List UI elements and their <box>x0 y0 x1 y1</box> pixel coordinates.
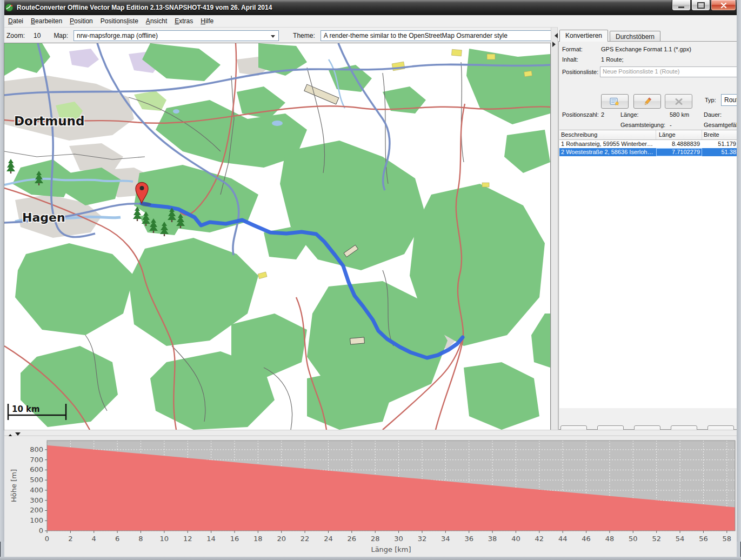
tab-konvertieren[interactable]: Konvertieren <box>559 30 608 42</box>
theme-select[interactable]: A render-theme similar to the OpenStreet… <box>321 30 562 41</box>
svg-text:14: 14 <box>206 535 216 543</box>
menubar: DateiBearbeitenPositionPositionslisteAns… <box>4 15 737 28</box>
move-up-button[interactable] <box>597 425 624 430</box>
svg-text:300: 300 <box>30 496 43 504</box>
column-header-laenge[interactable]: Länge <box>656 130 702 139</box>
laenge-label: Länge: <box>620 111 639 118</box>
menu-datei[interactable]: Datei <box>4 16 27 26</box>
maximize-button[interactable] <box>691 0 710 11</box>
positionsliste-label: Positionsliste: <box>562 69 598 75</box>
svg-text:38: 38 <box>488 535 497 543</box>
typ-select[interactable]: Route <box>721 94 737 106</box>
laenge-value: 580 km <box>670 111 689 118</box>
svg-text:44: 44 <box>558 535 568 543</box>
add-position-button[interactable] <box>634 425 660 430</box>
position-row[interactable]: 1 Rothaarsteig, 59955 Winterberg…8.48888… <box>559 140 737 148</box>
svg-text:16: 16 <box>230 535 239 543</box>
cell-c3: 51.38 <box>702 148 737 156</box>
app-window: RouteConverter Offline Vector Map Editio… <box>0 0 741 560</box>
svg-text:34: 34 <box>441 535 450 543</box>
positions-table-header: Beschreibung Länge Breite <box>559 130 737 140</box>
zoom-label: Zoom: <box>6 32 25 39</box>
vertical-splitter[interactable] <box>551 28 558 430</box>
typ-select-value: Route <box>724 96 737 104</box>
window-controls <box>671 0 736 11</box>
delete-positionlist-button[interactable] <box>665 94 692 109</box>
svg-text:42: 42 <box>535 535 544 543</box>
svg-text:800: 800 <box>30 445 43 454</box>
chevron-down-icon <box>271 35 275 40</box>
svg-text:58: 58 <box>723 535 732 543</box>
map-select-value: nrw-mapsforge.map (offline) <box>77 32 158 39</box>
svg-text:48: 48 <box>605 535 615 543</box>
tab-durchstoebern[interactable]: Durchstöbern <box>610 31 660 42</box>
convert-panel: Konvertieren Durchstöbern Format: GPS Ex… <box>558 27 737 430</box>
x-axis-label: Länge [km] <box>371 545 411 554</box>
rename-positionlist-button[interactable] <box>633 94 661 109</box>
window-frame-bottom <box>0 557 741 560</box>
map-render: Dortmund Hagen 10 km <box>4 43 550 430</box>
app-icon <box>5 3 14 12</box>
pencil-icon <box>643 97 652 106</box>
svg-text:700: 700 <box>30 456 43 464</box>
minimize-button[interactable] <box>672 0 691 11</box>
maximize-icon <box>697 2 705 9</box>
positions-table-body: 1 Rothaarsteig, 59955 Winterberg…8.48888… <box>559 140 737 156</box>
window-frame-right <box>737 0 741 542</box>
titlebar: RouteConverter Offline Vector Map Editio… <box>0 0 741 15</box>
zoom-value: 10 <box>34 32 41 39</box>
map-label-hagen: Hagen <box>22 211 65 224</box>
theme-label: Theme: <box>293 32 315 39</box>
elevation-profile-panel: 0246810121416182022242628303234363840424… <box>4 436 737 557</box>
delete-position-button[interactable] <box>671 425 697 430</box>
gesamtgefaelle-label: Gesamtgefälle: <box>704 122 737 128</box>
y-axis-label: Höhe [m] <box>10 469 18 502</box>
menu-position[interactable]: Position <box>66 16 97 26</box>
inhalt-value: 1 Route; <box>601 56 624 63</box>
position-row[interactable]: 2 Woestestraße 2, 58636 Iserlohn…7.71022… <box>559 148 737 156</box>
column-header-breite[interactable]: Breite <box>702 130 737 139</box>
svg-text:46: 46 <box>582 535 591 543</box>
theme-select-value: A render-theme similar to the OpenStreet… <box>324 32 508 39</box>
collapse-left-icon[interactable] <box>552 33 558 38</box>
menu-extras[interactable]: Extras <box>171 16 197 26</box>
svg-text:2: 2 <box>68 535 72 543</box>
svg-text:18: 18 <box>253 535 263 543</box>
svg-text:28: 28 <box>371 535 380 543</box>
map-label: Map: <box>54 32 68 39</box>
menu-hilfe[interactable]: Hilfe <box>197 16 217 26</box>
new-positionlist-button[interactable] <box>601 94 629 109</box>
svg-text:12: 12 <box>183 535 192 543</box>
svg-text:600: 600 <box>30 465 43 474</box>
window-frame-left <box>0 0 4 542</box>
cell-c2: 7.7102279 <box>656 148 702 156</box>
svg-text:200: 200 <box>30 506 43 514</box>
positionszahl-label: Positionszahl: <box>562 111 599 118</box>
typ-label: Typ: <box>705 97 716 103</box>
elevation-chart: 0246810121416182022242628303234363840424… <box>4 436 737 557</box>
svg-text:30: 30 <box>394 535 403 543</box>
dauer-label: Dauer: <box>704 111 722 118</box>
cell-c1: 2 Woestestraße 2, 58636 Iserlohn… <box>559 148 656 156</box>
gesamtsteigung-label: Gesamtsteigung: <box>620 122 665 128</box>
map-canvas[interactable]: Dortmund Hagen 10 km <box>4 43 550 430</box>
close-button[interactable] <box>711 0 736 11</box>
menu-bearbeiten[interactable]: Bearbeiten <box>27 16 66 26</box>
minimize-icon <box>678 6 684 8</box>
column-header-beschreibung[interactable]: Beschreibung <box>559 130 656 139</box>
svg-text:500: 500 <box>30 476 43 484</box>
new-positionlist-icon <box>610 97 620 106</box>
reverse-order-button[interactable] <box>560 425 587 430</box>
svg-text:56: 56 <box>699 535 708 543</box>
menu-positionsliste[interactable]: Positionsliste <box>97 16 142 26</box>
positionszahl-value: 2 <box>601 111 604 118</box>
map-select[interactable]: nrw-mapsforge.map (offline) <box>74 30 279 41</box>
gesamtsteigung-value: - <box>670 122 672 128</box>
svg-text:400: 400 <box>30 486 43 494</box>
menu-ansicht[interactable]: Ansicht <box>142 16 171 26</box>
positionsliste-input[interactable]: Neue Positionsliste 1 (Route) <box>600 66 737 77</box>
horizontal-splitter[interactable] <box>4 430 737 436</box>
svg-text:26: 26 <box>348 535 357 543</box>
svg-text:50: 50 <box>629 535 638 543</box>
move-down-button[interactable] <box>707 425 734 430</box>
